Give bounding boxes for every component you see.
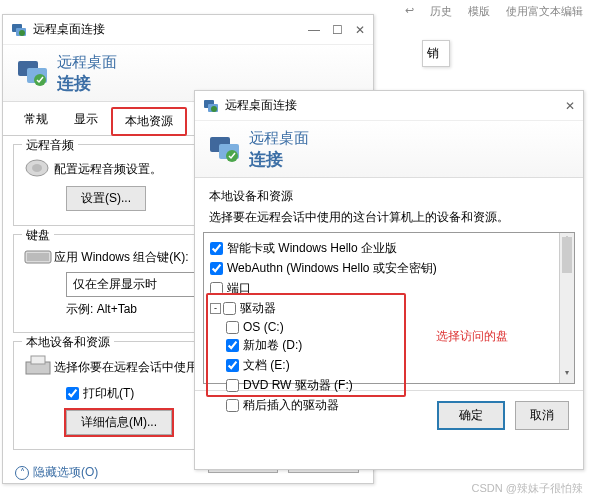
title-text: 远程桌面连接 [225,97,297,114]
svg-rect-9 [27,253,49,261]
tree-label: DVD RW 驱动器 (F:) [243,377,353,394]
top-toolbar: ↩ 历史 模版 使用富文本编辑 [397,0,591,23]
tb-item[interactable]: ↩ [405,4,414,19]
minimize-button[interactable]: — [308,23,320,37]
tree-item[interactable]: 稍后插入的驱动器 [226,397,552,414]
title-text: 远程桌面连接 [33,21,105,38]
scrollbar-thumb[interactable] [562,237,572,273]
kb-example: 示例: Alt+Tab [66,301,137,318]
tree-label: 新加卷 (D:) [243,337,302,354]
tree-item[interactable]: -驱动器 [210,300,552,317]
rdc-logo-icon [209,134,241,166]
device-tree: 智能卡或 Windows Hello 企业版WebAuthn (Windows … [203,232,575,384]
tree-label: 端口 [227,280,251,297]
chevron-up-icon: ˄ [15,466,29,480]
annotation-text: 选择访问的盘 [436,328,508,345]
close-button[interactable]: ✕ [355,23,365,37]
header-line2: 连接 [249,148,309,171]
tree-checkbox[interactable] [226,359,239,372]
rdc-details-dialog: 远程桌面连接 ✕ 远程桌面 连接 本地设备和资源 选择要在远程会话中使用的这台计… [194,90,584,470]
svg-point-14 [211,106,217,112]
rdc-title-icon [203,98,219,114]
titlebar: 远程桌面连接 ✕ [195,91,583,121]
tree-checkbox[interactable] [226,379,239,392]
speaker-icon [24,157,54,182]
audio-settings-button[interactable]: 设置(S)... [66,186,146,211]
tree-item[interactable]: DVD RW 驱动器 (F:) [226,377,552,394]
tree-checkbox[interactable] [210,282,223,295]
tree-label: WebAuthn (Windows Hello 或安全密钥) [227,260,437,277]
tab-display[interactable]: 显示 [61,106,111,135]
tb-item[interactable]: 使用富文本编辑 [506,4,583,19]
watermark: CSDN @辣妹子很怕辣 [472,481,583,496]
kb-combo-select[interactable]: 仅在全屏显示时 [66,272,206,297]
tree-checkbox[interactable] [210,242,223,255]
maximize-button[interactable]: ☐ [332,23,343,37]
header-line2: 连接 [57,72,117,95]
tree-checkbox[interactable] [210,262,223,275]
header-line1: 远程桌面 [57,53,117,72]
tree-checkbox[interactable] [226,399,239,412]
close-button[interactable]: ✕ [565,99,575,113]
tb-item[interactable]: 历史 [430,4,452,19]
titlebar: 远程桌面连接 — ☐ ✕ [3,15,373,45]
printer-checkbox[interactable] [66,387,79,400]
rdc-header: 远程桌面 连接 [195,121,583,178]
tree-item[interactable]: 端口 [210,280,552,297]
tree-label: 文档 (E:) [243,357,290,374]
details-button[interactable]: 详细信息(M)... [66,410,172,435]
tree-checkbox[interactable] [226,339,239,352]
aux-button[interactable]: 销 [422,40,450,67]
tree-label: 稍后插入的驱动器 [243,397,339,414]
tb-item[interactable]: 模版 [468,4,490,19]
svg-point-2 [19,30,25,36]
scrollbar[interactable]: ▴ ▾ [559,233,574,383]
tree-checkbox[interactable] [226,321,239,334]
section-desc: 选择要在远程会话中使用的这台计算机上的设备和资源。 [209,209,569,226]
tree-label: 驱动器 [240,300,276,317]
printer-label: 打印机(T) [83,385,134,402]
section-title: 本地设备和资源 [209,188,569,205]
rdc-logo-icon [17,58,49,90]
legend: 键盘 [22,227,54,244]
rdc-title-icon [11,22,27,38]
tab-general[interactable]: 常规 [11,106,61,135]
tree-expander-icon[interactable]: - [210,303,221,314]
header-line1: 远程桌面 [249,129,309,148]
tree-item[interactable]: WebAuthn (Windows Hello 或安全密钥) [210,260,552,277]
scroll-down-icon[interactable]: ▾ [560,368,574,383]
tab-local-resources[interactable]: 本地资源 [111,107,187,136]
tree-item[interactable]: 文档 (E:) [226,357,552,374]
tree-label: 智能卡或 Windows Hello 企业版 [227,240,397,257]
svg-point-7 [32,164,42,172]
legend: 远程音频 [22,137,78,154]
tree-item[interactable]: 智能卡或 Windows Hello 企业版 [210,240,552,257]
printer-icon [24,354,54,381]
svg-rect-11 [31,356,45,364]
keyboard-icon [24,247,54,268]
tree-label: OS (C:) [243,320,284,334]
tree-checkbox[interactable] [223,302,236,315]
legend: 本地设备和资源 [22,334,114,351]
